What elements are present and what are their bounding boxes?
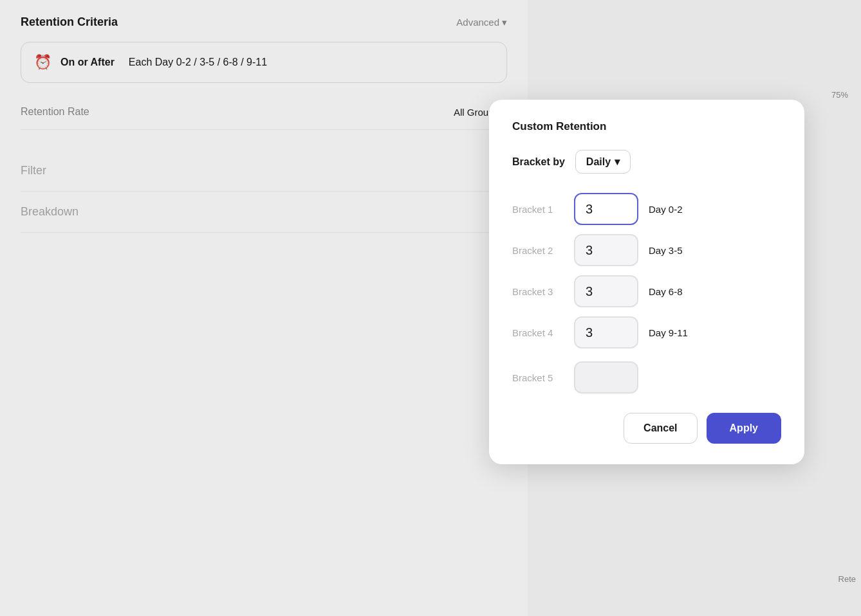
modal-title: Custom Retention <box>512 120 781 133</box>
bracket-4-label: Bracket 4 <box>512 327 564 338</box>
bracket-1-input[interactable] <box>574 193 638 225</box>
bracket-5-partial: Bracket 5 <box>512 361 781 394</box>
custom-retention-modal: Custom Retention Bracket by Daily ▾ Brac… <box>489 100 804 464</box>
bracket-row-3: Bracket 3 Day 6-8 <box>512 275 781 307</box>
bracket-5-input-placeholder <box>574 361 638 394</box>
bracket-row-4: Bracket 4 Day 9-11 <box>512 316 781 349</box>
bracket-5-label: Bracket 5 <box>512 372 564 383</box>
bracket-2-label: Bracket 2 <box>512 245 564 256</box>
cancel-button[interactable]: Cancel <box>624 413 697 444</box>
bracket-2-input[interactable] <box>574 234 638 266</box>
bracket-4-day: Day 9-11 <box>649 327 688 338</box>
daily-label: Daily <box>586 156 611 168</box>
bracket-by-row: Bracket by Daily ▾ <box>512 150 781 174</box>
daily-select-button[interactable]: Daily ▾ <box>575 150 631 174</box>
daily-chevron-icon: ▾ <box>615 156 620 168</box>
bracket-3-day: Day 6-8 <box>649 286 683 297</box>
bracket-1-day: Day 0-2 <box>649 204 683 215</box>
bracket-rows: Bracket 1 Day 0-2 Bracket 2 Day 3-5 Brac… <box>512 193 781 349</box>
bracket-row-2: Bracket 2 Day 3-5 <box>512 234 781 266</box>
bracket-2-day: Day 3-5 <box>649 245 683 256</box>
bracket-3-label: Bracket 3 <box>512 286 564 297</box>
apply-button[interactable]: Apply <box>707 413 781 444</box>
bracket-3-input[interactable] <box>574 275 638 307</box>
bracket-by-label: Bracket by <box>512 156 565 168</box>
modal-footer: Cancel Apply <box>512 413 781 444</box>
bracket-1-label: Bracket 1 <box>512 204 564 215</box>
bracket-row-1: Bracket 1 Day 0-2 <box>512 193 781 225</box>
bracket-4-input[interactable] <box>574 316 638 349</box>
